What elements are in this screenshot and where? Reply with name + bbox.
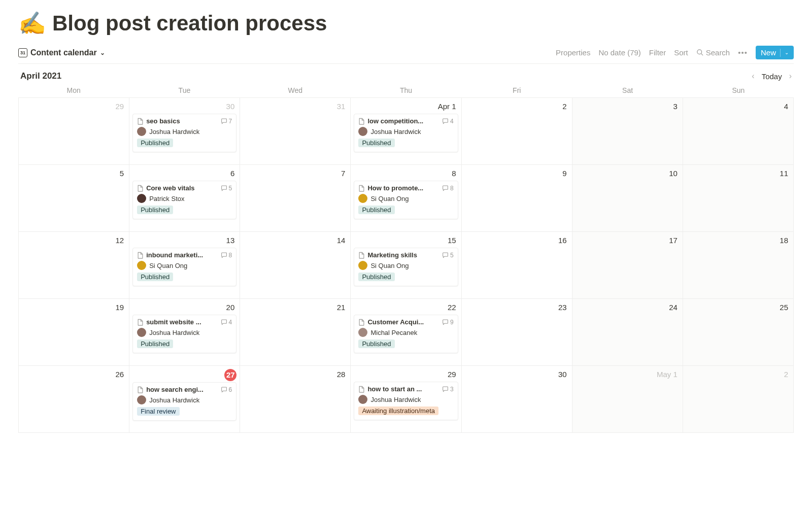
day-cell[interactable]: 9 (462, 165, 572, 232)
new-button[interactable]: New ⌄ (756, 46, 794, 59)
page-title[interactable]: Blog post creation process (52, 11, 327, 36)
view-actions: Properties No date (79) Filter Sort Sear… (556, 46, 794, 59)
event-card[interactable]: Marketing skills5Si Quan OngPublished (354, 248, 458, 286)
date-number: 21 (243, 302, 347, 314)
date-number: 9 (465, 168, 569, 180)
day-cell[interactable]: 20submit website ...4Joshua HardwickPubl… (129, 299, 240, 366)
calendar-icon: 31 (18, 48, 27, 57)
document-icon (358, 118, 365, 125)
day-cell[interactable]: 30 (462, 366, 572, 433)
card-title: Customer Acqui... (367, 318, 424, 326)
more-icon[interactable]: ••• (738, 48, 748, 57)
view-bar: 31 Content calendar ⌄ Properties No date… (18, 46, 794, 64)
day-cell[interactable]: 29how to start an ...3Joshua HardwickAwa… (351, 366, 461, 433)
view-selector[interactable]: 31 Content calendar ⌄ (18, 48, 105, 57)
comment-icon (221, 319, 227, 325)
calendar-grid: 2930seo basics7Joshua HardwickPublished3… (18, 97, 794, 433)
day-cell[interactable]: 27how search engi...6Joshua HardwickFina… (129, 366, 240, 433)
day-cell[interactable]: 29 (19, 98, 129, 165)
author-row: Patrick Stox (137, 194, 232, 203)
day-cell[interactable]: 11 (683, 165, 794, 232)
date-number: 30 (132, 101, 236, 113)
day-cell[interactable]: 2 (683, 366, 794, 433)
event-card[interactable]: low competition...4Joshua HardwickPublis… (354, 114, 458, 152)
day-cell[interactable]: 15Marketing skills5Si Quan OngPublished (351, 232, 461, 299)
author-row: Joshua Hardwick (137, 328, 232, 337)
document-icon (137, 185, 144, 192)
card-title-row: Customer Acqui...9 (358, 318, 453, 326)
document-icon (358, 252, 365, 259)
status-tag: Final review (137, 407, 179, 416)
day-cell[interactable]: 23 (462, 299, 572, 366)
day-cell[interactable]: Apr 1low competition...4Joshua HardwickP… (351, 98, 461, 165)
event-card[interactable]: Customer Acqui...9Michal PecanekPublishe… (354, 315, 458, 353)
day-cell[interactable]: 22Customer Acqui...9Michal PecanekPublis… (351, 299, 461, 366)
day-cell[interactable]: 16 (462, 232, 572, 299)
day-cell[interactable]: 6Core web vitals5Patrick StoxPublished (129, 165, 240, 232)
date-number: Apr 1 (354, 101, 458, 113)
event-card[interactable]: how to start an ...3Joshua HardwickAwait… (354, 382, 458, 420)
event-card[interactable]: Core web vitals5Patrick StoxPublished (132, 181, 236, 219)
view-name: Content calendar (30, 48, 97, 57)
sort-action[interactable]: Sort (674, 48, 688, 57)
properties-action[interactable]: Properties (556, 48, 590, 57)
filter-action[interactable]: Filter (649, 48, 666, 57)
event-card[interactable]: inbound marketi...8Si Quan OngPublished (132, 248, 236, 286)
comment-icon (442, 118, 449, 124)
document-icon (137, 252, 144, 259)
date-number: 30 (465, 369, 569, 381)
author-name: Si Quan Ong (370, 262, 409, 269)
day-cell[interactable]: May 1 (572, 366, 683, 433)
day-cell[interactable]: 24 (572, 299, 683, 366)
day-cell[interactable]: 12 (19, 232, 129, 299)
prev-month-button[interactable]: ‹ (752, 72, 754, 81)
event-card[interactable]: seo basics7Joshua HardwickPublished (132, 114, 236, 152)
no-date-action[interactable]: No date (79) (598, 48, 640, 57)
comment-badge: 4 (221, 319, 232, 326)
author-row: Joshua Hardwick (137, 127, 232, 136)
avatar (137, 261, 146, 270)
day-cell[interactable]: 21 (240, 299, 351, 366)
day-cell[interactable]: 3 (572, 98, 683, 165)
day-cell[interactable]: 5 (19, 165, 129, 232)
comment-badge: 4 (442, 118, 454, 125)
card-title-row: Marketing skills5 (358, 251, 453, 259)
day-cell[interactable]: 2 (462, 98, 572, 165)
date-number: 20 (132, 302, 236, 314)
card-title-row: inbound marketi...8 (137, 251, 232, 259)
day-cell[interactable]: 14 (240, 232, 351, 299)
day-cell[interactable]: 8How to promote...8Si Quan OngPublished (351, 165, 461, 232)
day-cell[interactable]: 31 (240, 98, 351, 165)
day-cell[interactable]: 19 (19, 299, 129, 366)
search-action[interactable]: Search (696, 48, 730, 57)
avatar (358, 194, 367, 203)
day-cell[interactable]: 10 (572, 165, 683, 232)
comment-count: 4 (229, 319, 232, 326)
day-cell[interactable]: 18 (683, 232, 794, 299)
day-cell[interactable]: 26 (19, 366, 129, 433)
day-cell[interactable]: 30seo basics7Joshua HardwickPublished (129, 98, 240, 165)
comment-count: 6 (229, 386, 232, 393)
page-icon[interactable]: ✍️ (18, 10, 46, 37)
day-cell[interactable]: 17 (572, 232, 683, 299)
day-cell[interactable]: 25 (683, 299, 794, 366)
day-cell[interactable]: 13inbound marketi...8Si Quan OngPublishe… (129, 232, 240, 299)
comment-count: 3 (450, 386, 454, 393)
date-number: 29 (22, 101, 126, 113)
card-title-row: how to start an ...3 (358, 385, 453, 393)
day-cell[interactable]: 7 (240, 165, 351, 232)
date-number: 5 (22, 168, 126, 180)
day-cell[interactable]: 4 (683, 98, 794, 165)
comment-badge: 8 (442, 185, 454, 192)
date-number: 11 (686, 168, 790, 180)
date-number: 3 (576, 101, 680, 113)
comment-count: 9 (450, 319, 454, 326)
event-card[interactable]: submit website ...4Joshua HardwickPublis… (132, 315, 236, 353)
avatar (358, 328, 367, 337)
day-cell[interactable]: 28 (240, 366, 351, 433)
event-card[interactable]: How to promote...8Si Quan OngPublished (354, 181, 458, 219)
next-month-button[interactable]: › (789, 72, 792, 81)
event-card[interactable]: how search engi...6Joshua HardwickFinal … (132, 382, 236, 421)
today-button[interactable]: Today (762, 72, 782, 81)
author-name: Patrick Stox (149, 195, 184, 202)
